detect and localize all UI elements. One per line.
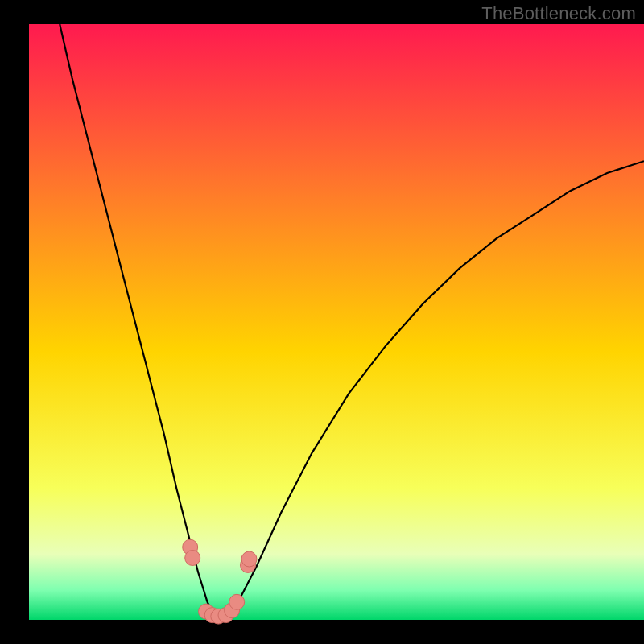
chart-frame: TheBottleneck.com <box>0 0 644 644</box>
bottleneck-chart <box>0 0 644 644</box>
data-marker <box>229 594 245 609</box>
watermark-text: TheBottleneck.com <box>481 3 636 24</box>
data-marker <box>242 551 257 567</box>
data-marker <box>185 551 200 566</box>
plot-area <box>29 24 644 620</box>
gradient-background <box>29 24 644 620</box>
